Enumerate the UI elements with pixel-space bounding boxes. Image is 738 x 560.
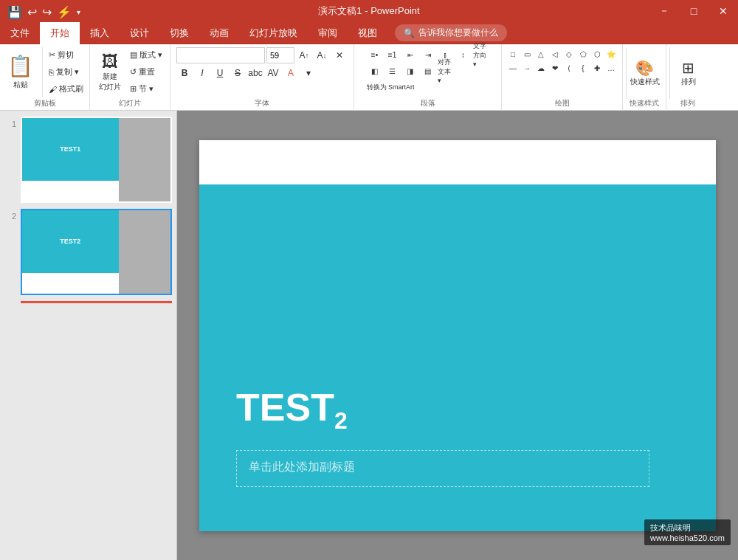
shape-line[interactable]: — (506, 61, 520, 75)
slide1-title: TEST1 (60, 145, 80, 153)
shape-heart[interactable]: ❤ (548, 61, 562, 75)
shape-roundrect[interactable]: ▭ (520, 47, 534, 61)
font-size-input[interactable] (266, 47, 294, 63)
cut-button[interactable]: ✂ 剪切 (46, 48, 86, 62)
shape-bracket[interactable]: ⟨ (562, 61, 576, 75)
tab-file[interactable]: 文件 (0, 22, 40, 44)
char-spacing-button[interactable]: AV (265, 65, 281, 81)
quick-access-toolbar[interactable]: 💾 ↩ ↪ ⚡ ▾ (6, 4, 82, 21)
slide-main-title[interactable]: TEST2 (236, 385, 679, 435)
slide-item-1[interactable]: 1 TEST1 (4, 117, 172, 203)
align-text-button[interactable]: 对齐文本 ▾ (438, 63, 454, 78)
copy-icon: ⎘ (49, 68, 54, 77)
copy-button[interactable]: ⎘ 复制 ▾ (46, 65, 86, 79)
title-bar: 💾 ↩ ↪ ⚡ ▾ 演示文稿1 - PowerPoint － □ ✕ (0, 0, 738, 22)
undo-icon[interactable]: ↩ (26, 4, 38, 21)
new-slide-button[interactable]: 🖼 新建 幻灯片 (94, 50, 125, 94)
shape-triangle[interactable]: △ (534, 47, 548, 61)
tab-review[interactable]: 审阅 (308, 22, 348, 44)
slide2-title: TEST2 (60, 238, 80, 245)
shape-rtriangle[interactable]: ◁ (548, 47, 562, 61)
layout-button[interactable]: ▤ 版式 ▾ (127, 48, 165, 62)
font-color-button[interactable]: A (283, 65, 299, 81)
tell-me-input[interactable]: 🔍 告诉我你想要做什么 (395, 24, 507, 41)
shape-hexagon[interactable]: ⬡ (590, 47, 604, 61)
tab-home[interactable]: 开始 (40, 22, 80, 44)
bullet-list-button[interactable]: ≡• (367, 47, 383, 62)
arrange-button[interactable]: ⊞ 排列 (669, 47, 706, 99)
shape-cloud[interactable]: ☁ (534, 61, 548, 75)
watermark: 技术品味明 www.heisha520.com (644, 519, 731, 545)
new-slide-icon: 🖼 (102, 52, 118, 72)
shape-diamond[interactable]: ◇ (562, 47, 576, 61)
section-button[interactable]: ⊞ 节 ▾ (127, 82, 165, 96)
slide1-gray-area (119, 118, 170, 201)
shape-star[interactable]: ⭐ (604, 47, 618, 61)
slide-thumb-1[interactable]: TEST1 (21, 117, 172, 203)
shape-brace[interactable]: { (576, 61, 590, 75)
paste-button[interactable]: 📋 粘贴 (3, 46, 38, 98)
font-label: 字体 (170, 98, 354, 108)
tab-slideshow[interactable]: 幻灯片放映 (239, 22, 308, 44)
slide-thumb-2[interactable]: TEST2 (21, 209, 172, 295)
italic-button[interactable]: I (194, 65, 210, 81)
arrange-label: 排列 (681, 77, 696, 87)
underline-button[interactable]: U (212, 65, 228, 81)
justify-button[interactable]: ▤ (420, 63, 436, 78)
minimize-button[interactable]: － (649, 0, 679, 22)
shape-arrow[interactable]: → (520, 61, 534, 75)
close-button[interactable]: ✕ (708, 0, 738, 22)
section-label: 节 (139, 83, 147, 94)
maximize-button[interactable]: □ (679, 0, 708, 22)
shape-cross[interactable]: ✚ (590, 61, 604, 75)
arrange-label-bottom: 排列 (666, 98, 709, 108)
text-direction-button[interactable]: 文字方向 ▾ (473, 47, 489, 62)
font-color-dropdown[interactable]: ▾ (300, 65, 317, 81)
tab-animations[interactable]: 动画 (199, 22, 239, 44)
section-icon: ⊞ (130, 84, 137, 94)
tab-transitions[interactable]: 切换 (159, 22, 199, 44)
numbered-list-button[interactable]: ≡1 (384, 47, 401, 62)
format-painter-button[interactable]: 🖌 格式刷 (46, 82, 86, 96)
window-controls[interactable]: － □ ✕ (649, 0, 738, 22)
slide2-gray-area (119, 210, 170, 294)
new-slide-label: 新建 (103, 72, 117, 82)
quick-styles-group: 🎨 快速样式 快速样式 (623, 44, 666, 110)
line-spacing-button[interactable]: ↕ (455, 47, 472, 62)
font-size-decrease-button[interactable]: A↓ (314, 47, 330, 63)
font-name-select[interactable] (176, 47, 265, 63)
save-icon[interactable]: 💾 (6, 4, 24, 21)
clear-format-button[interactable]: ✕ (331, 47, 348, 63)
align-center-button[interactable]: ☰ (384, 63, 401, 78)
slide-canvas[interactable]: TEST2 单击此处添加副标题 (199, 140, 716, 531)
convert-smartart-button[interactable]: 转换为 SmartArt (367, 80, 415, 94)
paste-icon: 📋 (7, 54, 33, 78)
tab-view[interactable]: 视图 (348, 22, 387, 44)
tab-insert[interactable]: 插入 (80, 22, 120, 44)
quick-action-icon[interactable]: ⚡ (55, 4, 73, 21)
font-size-increase-button[interactable]: A↑ (296, 47, 312, 63)
customize-icon[interactable]: ▾ (75, 7, 82, 18)
align-right-button[interactable]: ◨ (402, 63, 418, 78)
shape-pentagon[interactable]: ⬠ (576, 47, 590, 61)
shape-rect[interactable]: □ (506, 47, 520, 61)
redo-icon[interactable]: ↪ (41, 4, 53, 21)
strikethrough-button[interactable]: S (230, 65, 246, 81)
cut-label: 剪切 (58, 49, 74, 61)
reset-button[interactable]: ↺ 重置 (127, 65, 165, 79)
text-shadow-button[interactable]: abc (247, 65, 263, 81)
slide-subtitle-box[interactable]: 单击此处添加副标题 (236, 450, 649, 487)
tab-design[interactable]: 设计 (120, 22, 159, 44)
watermark-line2: www.heisha520.com (650, 533, 725, 542)
increase-indent-button[interactable]: ⇥ (420, 47, 436, 62)
ribbon-content: 📋 粘贴 ✂ 剪切 ⎘ 复制 ▾ 🖌 格式刷 剪贴板 🖼 (0, 44, 738, 111)
slide-item-2[interactable]: 2 TEST2 (4, 209, 172, 295)
layout-dropdown: ▾ (158, 50, 162, 60)
bold-button[interactable]: B (176, 65, 193, 81)
shape-more[interactable]: … (604, 61, 618, 75)
decrease-indent-button[interactable]: ⇤ (402, 47, 418, 62)
slides-group: 🖼 新建 幻灯片 ▤ 版式 ▾ ↺ 重置 ⊞ 节 ▾ (90, 44, 170, 110)
quick-styles-button[interactable]: 🎨 快速样式 (626, 47, 663, 99)
align-left-button[interactable]: ◧ (367, 63, 383, 78)
slide-teal-area: TEST2 单击此处添加副标题 (199, 184, 716, 531)
